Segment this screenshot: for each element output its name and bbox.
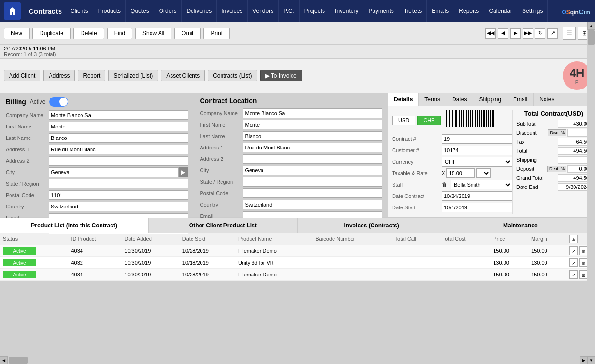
last-record-button[interactable]: ▶▶	[523, 28, 533, 39]
dept-percent-button[interactable]: Dept. %	[547, 166, 566, 172]
billing-state-select[interactable]	[49, 179, 188, 188]
nav-orders[interactable]: Orders	[154, 0, 182, 22]
list-view-button[interactable]: ☰	[563, 27, 576, 40]
nav-settings[interactable]: Settings	[517, 0, 548, 22]
taxable-rate-input[interactable]	[446, 168, 475, 178]
billing-lastname-input[interactable]	[49, 133, 188, 143]
loc-postal-input[interactable]	[243, 188, 383, 198]
date-contract-input[interactable]	[442, 191, 512, 201]
scroll-down-button[interactable]: ▼	[587, 356, 595, 364]
staff-select[interactable]: Bella Smith	[451, 180, 512, 189]
scroll-right-button[interactable]: ▶	[580, 356, 587, 364]
contract-num-input[interactable]	[442, 134, 512, 144]
customer-num-input[interactable]	[442, 146, 512, 155]
loc-city-input[interactable]	[243, 166, 383, 175]
tab-terms[interactable]: Terms	[419, 93, 446, 106]
nav-clients[interactable]: Clients	[66, 0, 93, 22]
tab-other-products[interactable]: Other Client Product List	[149, 218, 297, 233]
currency-select[interactable]: CHF	[442, 157, 512, 167]
chf-button[interactable]: CHF	[417, 116, 441, 125]
duplicate-button[interactable]: Duplicate	[32, 28, 71, 39]
grand-total-value[interactable]	[558, 174, 591, 182]
loc-firstname-input[interactable]	[243, 120, 383, 129]
loc-state-select[interactable]	[243, 177, 383, 187]
scroll-thumb[interactable]	[588, 30, 595, 45]
tab-dates[interactable]: Dates	[446, 93, 473, 106]
nav-calendar[interactable]: Calendar	[484, 0, 517, 22]
staff-trash-icon[interactable]: 🗑	[442, 181, 447, 188]
refresh-button[interactable]: ↻	[535, 28, 545, 39]
row3-delete-icon[interactable]: 🗑	[579, 270, 588, 279]
tab-invoices-contracts[interactable]: Invoices (Contracts)	[298, 218, 446, 233]
billing-firstname-input[interactable]	[49, 122, 188, 131]
row3-external-link-icon[interactable]: ↗	[569, 270, 578, 279]
home-icon[interactable]	[4, 2, 21, 20]
row2-delete-icon[interactable]: 🗑	[579, 258, 588, 267]
loc-address2-input[interactable]	[243, 154, 383, 164]
show-all-button[interactable]: Show All	[135, 28, 171, 39]
new-button[interactable]: New	[4, 28, 30, 39]
omit-button[interactable]: Omit	[174, 28, 201, 39]
tab-shipping[interactable]: Shipping	[473, 93, 507, 106]
scroll-left-button[interactable]: ◀	[0, 356, 8, 364]
billing-country-select[interactable]: Switzerland	[49, 202, 188, 211]
nav-tickets[interactable]: Tickets	[399, 0, 427, 22]
disc-percent-button[interactable]: Disc. %	[548, 129, 566, 136]
add-client-button[interactable]: Add Client	[4, 70, 40, 81]
nav-invoices[interactable]: Invoices	[217, 0, 248, 22]
billing-address2-input[interactable]	[49, 156, 188, 166]
asset-clients-button[interactable]: Asset Clients	[161, 70, 205, 81]
print-button[interactable]: Print	[203, 28, 230, 39]
nav-vendors[interactable]: Vendors	[248, 0, 279, 22]
row2-external-link-icon[interactable]: ↗	[569, 258, 578, 267]
prev-record-button[interactable]: ◀	[498, 28, 508, 39]
first-record-button[interactable]: ◀◀	[485, 28, 496, 39]
row1-delete-icon[interactable]: 🗑	[579, 246, 588, 255]
billing-city-input[interactable]	[49, 167, 179, 177]
nav-emails[interactable]: Emails	[427, 0, 454, 22]
loc-country-select[interactable]: Switzerland	[243, 200, 383, 209]
loc-lastname-input[interactable]	[243, 131, 383, 141]
row1-external-link-icon[interactable]: ↗	[569, 246, 578, 255]
collapse-button[interactable]: ▲	[569, 235, 578, 243]
tax-value[interactable]	[558, 138, 591, 146]
loc-company-input[interactable]	[243, 108, 383, 118]
tab-product-list[interactable]: Product List (Into this Contract)	[0, 218, 149, 233]
delete-button[interactable]: Delete	[73, 28, 104, 39]
billing-postal-input[interactable]	[49, 190, 188, 200]
nav-projects[interactable]: Projects	[300, 0, 330, 22]
subtotal-value[interactable]	[558, 120, 591, 128]
find-button[interactable]: Find	[107, 28, 132, 39]
address-button[interactable]: Address	[43, 70, 75, 81]
external-link-button[interactable]: ↗	[547, 28, 558, 39]
city-arrow-button[interactable]: ▶	[179, 167, 188, 177]
nav-po[interactable]: P.O.	[279, 0, 299, 22]
nav-reports[interactable]: Reports	[454, 0, 484, 22]
nav-inventory[interactable]: Inventory	[330, 0, 363, 22]
report-button[interactable]: Report	[78, 70, 105, 81]
tab-email[interactable]: Email	[507, 93, 534, 106]
billing-address1-input[interactable]	[49, 145, 188, 154]
next-record-button[interactable]: ▶	[510, 28, 521, 39]
loc-address1-input[interactable]	[243, 143, 383, 152]
nav-payments[interactable]: Payments	[363, 0, 399, 22]
hscroll-thumb[interactable]	[9, 357, 28, 364]
billing-company-input[interactable]	[49, 110, 188, 120]
to-invoice-button[interactable]: ▶ To Invoice	[260, 70, 302, 81]
tab-maintenance[interactable]: Maintenance	[446, 218, 595, 233]
usd-button[interactable]: USD	[392, 116, 415, 125]
nav-quotes[interactable]: Quotes	[126, 0, 154, 22]
date-start-input[interactable]	[442, 203, 512, 212]
contracts-list-button[interactable]: Contracts (List)	[208, 70, 257, 81]
tab-details[interactable]: Details	[388, 93, 419, 106]
nav-products[interactable]: Products	[93, 0, 126, 22]
serialized-list-button[interactable]: Serialized (List)	[108, 70, 158, 81]
date-end-value[interactable]	[558, 183, 591, 191]
tab-notes[interactable]: Notes	[534, 93, 560, 106]
active-toggle[interactable]	[49, 97, 68, 107]
taxable-rate-select[interactable]	[476, 168, 491, 178]
total-value[interactable]	[558, 147, 591, 155]
nav-deliveries[interactable]: Deliveries	[182, 0, 217, 22]
scroll-up-button[interactable]: ▲	[587, 22, 595, 30]
shipping-value[interactable]	[558, 156, 591, 164]
